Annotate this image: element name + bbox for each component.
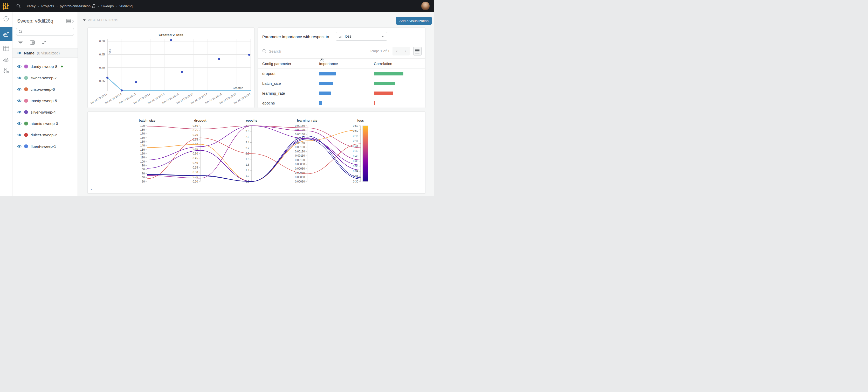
axis-title[interactable]: loss xyxy=(357,119,364,122)
breadcrumb-item[interactable]: carey xyxy=(27,4,35,8)
sort-icon[interactable] xyxy=(42,40,46,44)
axis-tick-label: 0.50 xyxy=(353,129,359,132)
visibility-eye-icon[interactable] xyxy=(17,51,22,55)
visibility-eye-icon[interactable] xyxy=(17,133,22,137)
axis-tick-label: 150 xyxy=(140,140,145,143)
run-row[interactable]: fluent-sweep-1 xyxy=(12,140,78,152)
table-row[interactable]: dropout xyxy=(258,69,425,78)
user-avatar[interactable] xyxy=(421,2,430,10)
sweeps-hat-icon[interactable] xyxy=(3,57,9,63)
wandb-logo-icon[interactable] xyxy=(2,2,9,10)
breadcrumb-item[interactable]: Projects xyxy=(41,4,54,8)
table-row[interactable]: learning_rate xyxy=(258,89,425,98)
table-search-placeholder[interactable]: Search xyxy=(269,49,281,54)
search-icon[interactable] xyxy=(262,49,267,53)
run-search-box[interactable] xyxy=(16,28,74,36)
run-name[interactable]: silver-sweep-4 xyxy=(31,110,56,115)
run-row[interactable]: crisp-sweep-6 xyxy=(12,84,78,95)
axis-title[interactable]: learning_rate xyxy=(297,119,317,122)
created-vs-loss-panel[interactable]: Created v. loss 0.500.450.400.35lossJan … xyxy=(87,28,254,108)
parallel-coordinates-plot[interactable]: batch_size190180170160150140130120110100… xyxy=(88,112,426,194)
scatter-point[interactable] xyxy=(135,81,137,83)
visibility-eye-icon[interactable] xyxy=(17,88,22,91)
filter-icon[interactable] xyxy=(18,41,23,44)
run-name[interactable]: atomic-sweep-3 xyxy=(31,121,58,126)
axis-tick-label: 2.8 xyxy=(245,130,249,133)
table-menu-button[interactable] xyxy=(413,47,422,56)
group-list-icon[interactable] xyxy=(30,40,35,44)
axis-tick-label: 190 xyxy=(140,124,145,127)
run-row[interactable]: dulcet-sweep-2 xyxy=(12,129,78,140)
correlation-bar xyxy=(374,92,393,95)
run-curve[interactable] xyxy=(147,136,361,182)
run-search-input[interactable] xyxy=(24,30,74,34)
run-name[interactable]: dulcet-sweep-2 xyxy=(31,133,57,137)
visibility-eye-icon[interactable] xyxy=(17,145,22,148)
run-row[interactable]: sweet-sweep-7 xyxy=(12,72,78,84)
visibility-eye-icon[interactable] xyxy=(17,76,22,79)
search-icon[interactable] xyxy=(17,4,21,8)
runs-table-icon[interactable] xyxy=(3,46,9,52)
scatter-point[interactable] xyxy=(170,39,172,41)
next-page-button[interactable]: › xyxy=(401,47,410,56)
open-runs-table-icon[interactable] xyxy=(66,19,71,23)
axis-tick-label: 50 xyxy=(142,180,145,183)
run-curve[interactable] xyxy=(147,138,361,179)
pagination-label: Page 1 of 1 xyxy=(370,49,390,53)
parallel-coordinates-panel[interactable]: batch_size190180170160150140130120110100… xyxy=(87,111,426,194)
axis-title[interactable]: batch_size xyxy=(139,119,155,122)
scatter-point[interactable] xyxy=(106,77,108,79)
run-name[interactable]: crisp-sweep-6 xyxy=(31,87,55,92)
visibility-eye-icon[interactable] xyxy=(17,110,22,114)
correlation-bar xyxy=(374,72,403,75)
axis-tick-label: 1.8 xyxy=(245,158,249,161)
visibility-eye-icon[interactable] xyxy=(17,122,22,125)
scatter-point[interactable] xyxy=(218,58,220,60)
parameter-importance-panel: Parameter importance with respect to los… xyxy=(257,28,426,108)
visibility-eye-icon[interactable] xyxy=(17,99,22,102)
run-row[interactable]: atomic-sweep-3 xyxy=(12,118,78,129)
run-name[interactable]: toasty-sweep-5 xyxy=(31,99,57,103)
prev-page-button[interactable]: ‹ xyxy=(393,47,401,56)
overview-info-icon[interactable]: i xyxy=(3,16,9,23)
visibility-eye-icon[interactable] xyxy=(17,65,22,68)
controls-sliders-icon[interactable] xyxy=(3,68,9,75)
y-tick-label: 0.45 xyxy=(99,53,105,56)
run-row[interactable]: silver-sweep-4 xyxy=(12,106,78,118)
axis-title[interactable]: dropout xyxy=(194,119,207,122)
axis-title[interactable]: epochs xyxy=(246,119,257,122)
table-row[interactable]: batch_size xyxy=(258,78,425,89)
axis-tick-label: 110 xyxy=(141,156,145,159)
visualizations-section-header[interactable]: VISUALIZATIONS xyxy=(83,18,119,22)
breadcrumb: carey›Projects›pytorch-cnn-fashion›Sweep… xyxy=(27,4,132,8)
axis-tick-label: 0.46 xyxy=(353,139,359,142)
axis-tick-label: 0.55 xyxy=(193,147,198,151)
run-name[interactable]: sweet-sweep-7 xyxy=(31,76,57,80)
run-curve[interactable] xyxy=(147,130,361,182)
importance-title: Parameter importance with respect to xyxy=(262,34,329,39)
add-visualization-button[interactable]: Add a visualization xyxy=(396,17,432,25)
axis-tick-label: 0.00180 xyxy=(295,124,305,127)
breadcrumb-item[interactable]: pytorch-cnn-fashion xyxy=(60,4,95,8)
run-name[interactable]: dandy-sweep-8 xyxy=(31,64,57,69)
axis-tick-label: 140 xyxy=(140,144,145,147)
charts-tab-active[interactable] xyxy=(0,27,12,41)
table-row[interactable]: epochs xyxy=(258,98,425,108)
runs-sidebar: Sweep: v8dil26q Name (8 visualized) dand… xyxy=(12,12,78,196)
run-row[interactable]: toasty-sweep-5 xyxy=(12,95,78,106)
scatter-point[interactable] xyxy=(248,54,250,56)
visualized-count: (8 visualized) xyxy=(37,51,60,55)
chevron-right-icon[interactable] xyxy=(72,20,74,23)
run-row[interactable]: dandy-sweep-8 xyxy=(12,61,78,72)
breadcrumb-item[interactable]: v8dil26q xyxy=(120,4,132,8)
run-curve[interactable] xyxy=(147,126,361,148)
breadcrumb-item[interactable]: Sweeps xyxy=(101,4,114,8)
scatter-point[interactable] xyxy=(121,90,123,92)
section-label: VISUALIZATIONS xyxy=(88,18,119,22)
metric-dropdown[interactable]: loss xyxy=(336,32,387,41)
run-name[interactable]: fluent-sweep-1 xyxy=(31,144,56,149)
config-parameter-name: batch_size xyxy=(262,78,281,89)
axis-tick-label: 0.80 xyxy=(193,124,198,127)
scatter-plot[interactable]: 0.500.450.400.35lossJan 14 '20 20:51Jan … xyxy=(88,28,254,108)
scatter-point[interactable] xyxy=(181,71,183,73)
